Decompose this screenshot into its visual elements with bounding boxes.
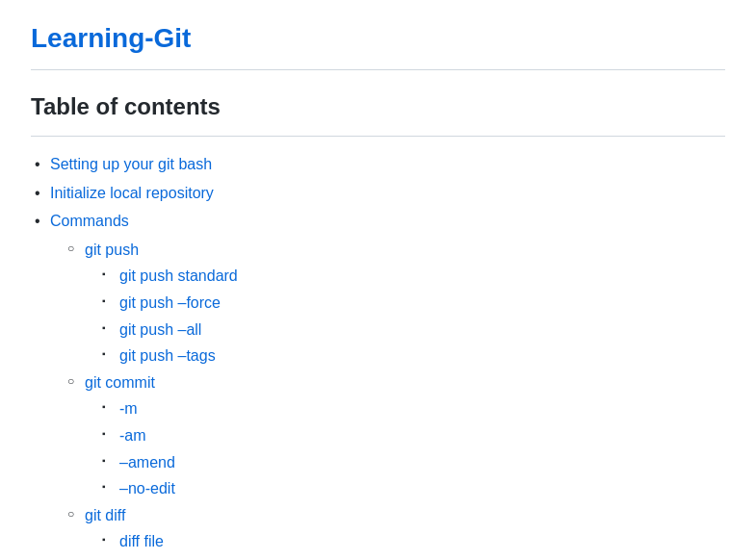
list-item: diff file <box>100 529 725 554</box>
list-item: Commandsgit pushgit push standardgit pus… <box>31 209 725 560</box>
list-item: git pushgit push standardgit push –force… <box>65 238 725 369</box>
list-item: git push –force <box>100 291 725 316</box>
list-item: -m <box>100 396 725 421</box>
toc-link[interactable]: git push standard <box>119 267 238 284</box>
list-item: git diffdiff filediff compare files <box>65 503 725 560</box>
list-item: –no-edit <box>100 476 725 501</box>
list-item: Initialize local repository <box>31 181 725 206</box>
list-item: git push –tags <box>100 344 725 369</box>
toc-link[interactable]: Setting up your git bash <box>50 156 212 172</box>
list-item: git commit-m-am–amend–no-edit <box>65 370 725 501</box>
toc-link[interactable]: Initialize local repository <box>50 185 214 201</box>
toc-link[interactable]: -am <box>119 427 146 444</box>
list-item: diff compare files <box>100 556 725 560</box>
toc-link[interactable]: diff file <box>119 533 164 549</box>
toc-list: Setting up your git bashInitialize local… <box>31 152 725 560</box>
list-item: Setting up your git bash <box>31 152 725 177</box>
toc-link[interactable]: –amend <box>119 454 175 471</box>
toc-link[interactable]: git diff <box>85 507 125 523</box>
toc-link[interactable]: git push –all <box>119 321 201 338</box>
toc-heading: Table of contents <box>31 93 725 137</box>
list-item: -am <box>100 423 725 448</box>
toc-link[interactable]: git push <box>85 242 139 258</box>
list-item: –amend <box>100 450 725 475</box>
list-item: git push –all <box>100 318 725 343</box>
page-title: Learning-Git <box>31 23 725 70</box>
list-item: git push standard <box>100 264 725 289</box>
toc-link[interactable]: Commands <box>50 213 129 229</box>
toc-link[interactable]: git push –tags <box>119 347 216 364</box>
toc-link[interactable]: git push –force <box>119 294 221 311</box>
toc-link[interactable]: -m <box>119 400 138 417</box>
toc-link[interactable]: git commit <box>85 374 155 391</box>
toc-link[interactable]: –no-edit <box>119 480 175 496</box>
